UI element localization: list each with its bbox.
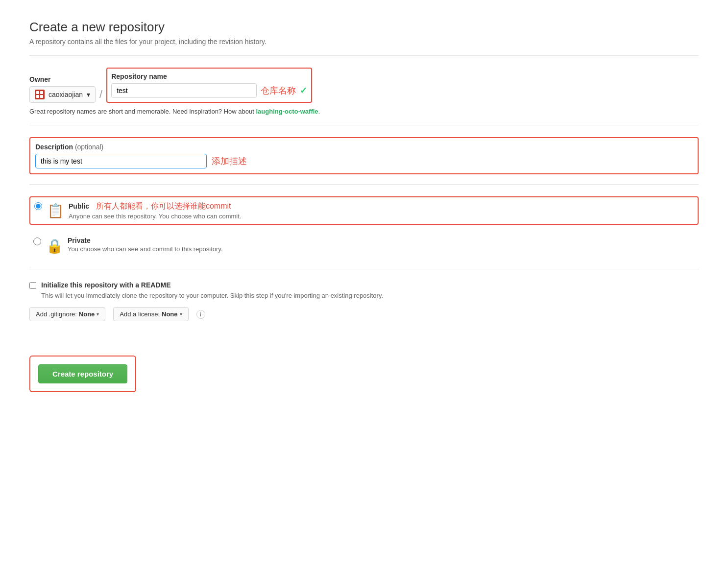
readme-section: Initialize this repository with a README… (29, 281, 699, 346)
private-radio[interactable] (33, 238, 41, 245)
public-option: 📋 Public 所有人都能看，你可以选择谁能commit Anyone can… (29, 196, 699, 225)
book-icon: 📋 (47, 203, 64, 219)
license-value: None (162, 310, 178, 318)
owner-username: caoxiaojian (49, 91, 83, 98)
page-title: Create a new repository (29, 20, 699, 35)
private-description: You choose who can see and commit to thi… (68, 245, 695, 253)
gitignore-arrow-icon: ▾ (97, 311, 99, 317)
license-arrow-icon: ▾ (180, 311, 182, 317)
description-divider (29, 125, 699, 125)
description-input[interactable] (35, 154, 207, 168)
suggestion-link[interactable]: laughing-octo-waffle (256, 108, 318, 115)
readme-divider (29, 269, 699, 269)
readme-description: This will let you immediately clone the … (41, 292, 699, 299)
owner-repo-row: Owner caoxiaojian ▾ / Repository name 仓库… (29, 68, 699, 103)
create-repository-button[interactable]: Create repository (38, 364, 127, 383)
submit-section: Create repository (29, 356, 136, 392)
repo-name-section: Repository name 仓库名称 ✓ (106, 68, 312, 103)
readme-checkbox[interactable] (29, 282, 36, 289)
public-info: Public 所有人都能看，你可以选择谁能commit Anyone can s… (69, 201, 694, 220)
suggestion-text-before: Great repository names are short and mem… (29, 108, 256, 115)
description-optional-label: (optional) (75, 143, 103, 151)
owner-avatar (35, 90, 45, 99)
repo-name-input-row: 仓库名称 ✓ (111, 83, 307, 98)
public-icon: 📋 (47, 201, 64, 220)
license-label: Add a license: (120, 310, 160, 318)
description-section: Description (optional) 添加描述 (29, 137, 699, 174)
info-icon[interactable]: i (196, 310, 205, 319)
suggestion-text-after: . (318, 108, 320, 115)
gitignore-value: None (79, 310, 95, 318)
description-label: Description (optional) (35, 143, 693, 151)
private-icon: 🔒 (46, 237, 63, 255)
public-annotation: 所有人都能看，你可以选择谁能commit (96, 202, 231, 210)
repo-name-annotation: 仓库名称 (261, 85, 296, 96)
public-radio[interactable] (34, 202, 42, 210)
checkmark-icon: ✓ (300, 85, 307, 96)
license-dropdown[interactable]: Add a license: None ▾ (113, 307, 188, 321)
owner-chevron-icon: ▾ (87, 91, 90, 98)
private-option: 🔒 Private You choose who can see and com… (29, 233, 699, 259)
suggestion-text: Great repository names are short and mem… (29, 108, 699, 115)
readme-option: Initialize this repository with a README (29, 281, 699, 289)
description-input-row: 添加描述 (35, 154, 693, 168)
owner-label: Owner (29, 75, 96, 83)
slash-separator: / (99, 88, 102, 103)
owner-section: Owner caoxiaojian ▾ (29, 75, 96, 103)
repo-name-input[interactable] (111, 83, 257, 98)
private-label[interactable]: Private (68, 237, 91, 244)
public-label[interactable]: Public 所有人都能看，你可以选择谁能commit (69, 202, 231, 210)
lock-icon: 🔒 (46, 238, 63, 254)
private-info: Private You choose who can see and commi… (68, 237, 695, 253)
header-divider (29, 55, 699, 56)
readme-label[interactable]: Initialize this repository with a README (41, 281, 170, 289)
description-annotation: 添加描述 (212, 155, 247, 167)
gitignore-label: Add .gitignore: (36, 310, 77, 318)
page-subtitle: A repository contains all the files for … (29, 38, 699, 46)
visibility-divider (29, 184, 699, 185)
gitignore-dropdown[interactable]: Add .gitignore: None ▾ (29, 307, 105, 321)
public-description: Anyone can see this repository. You choo… (69, 213, 694, 220)
repo-name-label: Repository name (111, 72, 307, 80)
visibility-section: 📋 Public 所有人都能看，你可以选择谁能commit Anyone can… (29, 196, 699, 259)
owner-dropdown[interactable]: caoxiaojian ▾ (29, 86, 96, 103)
gitignore-license-row: Add .gitignore: None ▾ Add a license: No… (29, 307, 699, 321)
